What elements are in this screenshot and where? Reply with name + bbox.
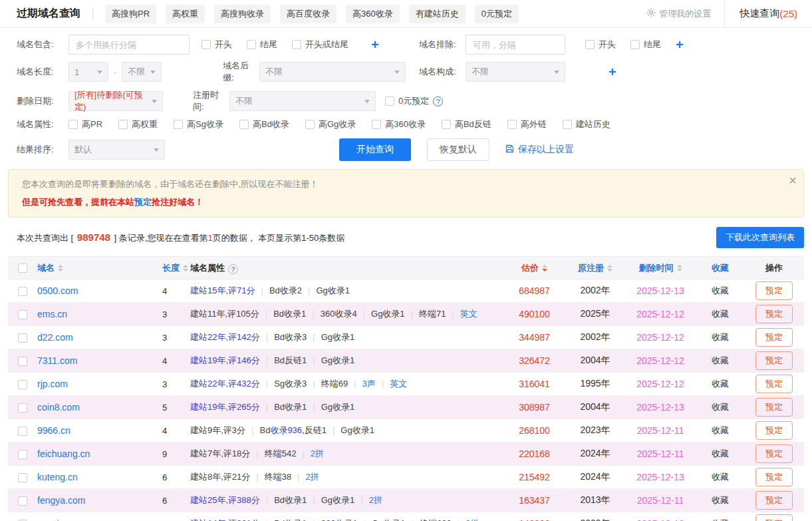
reserve-button[interactable]: 预定	[755, 351, 793, 370]
topbar-tab-3[interactable]: 高百度收录	[280, 5, 337, 23]
manage-settings-link[interactable]: 管理我的设置	[646, 8, 711, 20]
include-input[interactable]	[68, 35, 190, 55]
reserve-button[interactable]: 预定	[755, 421, 793, 440]
column-header-delete-time[interactable]: 删除时间	[624, 257, 696, 279]
sort-icon[interactable]	[58, 265, 63, 271]
favorite-link[interactable]: 收藏	[696, 512, 744, 521]
checkbox-option[interactable]: 高Gg收录	[305, 118, 356, 130]
domain-link[interactable]: rjp.com	[37, 373, 162, 396]
checkbox-icon[interactable]	[174, 120, 183, 129]
checkbox-icon[interactable]	[292, 40, 301, 49]
row-checkbox[interactable]	[18, 310, 27, 319]
checkbox-option[interactable]: 开头或结尾	[292, 39, 348, 51]
checkbox-icon[interactable]	[305, 120, 315, 129]
attr-link[interactable]: 2拼	[311, 448, 324, 458]
checkbox-option[interactable]: 高360收录	[372, 118, 426, 130]
attr-link[interactable]: 建站22年,评142分	[190, 332, 260, 342]
zero-yuan-option[interactable]: 0元预定	[385, 95, 429, 107]
checkbox-icon[interactable]	[630, 40, 640, 49]
save-settings-link[interactable]: 保存以上设置	[505, 144, 574, 156]
row-checkbox[interactable]	[18, 380, 27, 389]
suffix-select[interactable]: 不限	[259, 62, 406, 82]
attr-link[interactable]: 3声	[362, 379, 376, 389]
checkbox-option[interactable]: 开头	[202, 39, 232, 51]
row-checkbox[interactable]	[18, 333, 27, 343]
delete-date-select[interactable]: [所有]待删除(可预定)	[68, 91, 163, 111]
row-checkbox[interactable]	[18, 403, 27, 413]
attr-link[interactable]: 2拼	[466, 518, 479, 521]
quick-query-tab[interactable]: 快速查询 (25)	[724, 0, 812, 28]
reserve-button[interactable]: 预定	[755, 375, 793, 393]
attr-link[interactable]: 英文	[390, 379, 407, 389]
register-time-select[interactable]: 不限	[229, 91, 376, 111]
topbar-tab-5[interactable]: 有建站历史	[409, 5, 466, 23]
reserve-button[interactable]: 预定	[755, 468, 793, 486]
favorite-link[interactable]: 收藏	[696, 326, 744, 349]
checkbox-option[interactable]: 高Sg收录	[174, 118, 223, 130]
favorite-link[interactable]: 收藏	[696, 303, 744, 326]
domain-link[interactable]: d22.com	[37, 326, 162, 349]
attr-link[interactable]: 收录936	[270, 425, 302, 435]
checkbox-option[interactable]: 结尾	[630, 39, 661, 51]
sort-icon[interactable]	[183, 265, 188, 271]
reset-default-button[interactable]: 恢复默认	[427, 138, 489, 161]
topbar-tab-2[interactable]: 高搜狗收录	[214, 5, 271, 23]
attr-link[interactable]: 建站22年,评432分	[190, 379, 260, 389]
favorite-link[interactable]: 收藏	[696, 466, 744, 489]
attr-link[interactable]: 建站19年,评146分	[190, 355, 260, 365]
close-icon[interactable]	[789, 174, 797, 187]
checkbox-option[interactable]: 建站历史	[563, 118, 610, 130]
reserve-button[interactable]: 预定	[755, 491, 793, 510]
reserve-button[interactable]: 预定	[755, 328, 793, 347]
attr-link[interactable]: 建站25年,评388分	[190, 495, 260, 505]
checkbox-option[interactable]: 结尾	[247, 39, 277, 51]
row-checkbox[interactable]	[18, 427, 27, 436]
attr-link[interactable]: 建站15年,评71分	[190, 285, 255, 295]
domain-link[interactable]: ems.cn	[37, 303, 162, 326]
help-icon[interactable]	[228, 264, 238, 274]
attr-link[interactable]: 2拼	[369, 495, 382, 505]
column-header-domain[interactable]: 域名	[37, 257, 162, 279]
length-to-select[interactable]: 不限	[122, 62, 162, 82]
checkbox-icon[interactable]	[118, 120, 128, 129]
row-checkbox[interactable]	[18, 287, 27, 296]
domain-link[interactable]: fengya.com	[37, 489, 162, 512]
checkbox-icon[interactable]	[202, 40, 211, 49]
add-exclude-icon[interactable]	[676, 38, 684, 51]
row-checkbox[interactable]	[18, 357, 27, 366]
reserve-button[interactable]: 预定	[755, 514, 793, 521]
add-compose-icon[interactable]	[609, 65, 616, 79]
favorite-link[interactable]: 收藏	[696, 419, 744, 442]
row-checkbox[interactable]	[18, 496, 27, 506]
row-checkbox[interactable]	[18, 450, 27, 459]
checkbox-option[interactable]: 高Bd收录	[239, 118, 289, 130]
reserve-button[interactable]: 预定	[755, 444, 793, 463]
checkbox-icon[interactable]	[385, 96, 394, 106]
zero-yuan-help-icon[interactable]	[433, 96, 443, 106]
checkbox-icon[interactable]	[563, 120, 572, 129]
domain-link[interactable]: 9966.cn	[37, 419, 162, 442]
checkbox-icon[interactable]	[239, 120, 249, 129]
attr-link[interactable]: 建站19年,评265分	[190, 402, 260, 412]
checkbox-option[interactable]: 高权重	[118, 118, 158, 130]
sort-icon[interactable]	[607, 265, 612, 271]
attr-link[interactable]: 建站14年,评361分	[190, 518, 260, 521]
favorite-link[interactable]: 收藏	[696, 442, 744, 466]
sort-icon[interactable]	[542, 265, 547, 271]
checkbox-icon[interactable]	[247, 40, 256, 49]
add-include-icon[interactable]	[371, 38, 379, 51]
checkbox-option[interactable]: 开头	[585, 39, 616, 51]
checkbox-option[interactable]: 高Bd反链	[442, 118, 491, 130]
favorite-link[interactable]: 收藏	[696, 349, 744, 373]
domain-link[interactable]: 0500.com	[37, 279, 162, 303]
reserve-button[interactable]: 预定	[755, 281, 793, 300]
domain-link[interactable]: feichuang.cn	[37, 442, 162, 466]
checkbox-icon[interactable]	[68, 120, 78, 129]
attr-link[interactable]: 英文	[460, 309, 477, 319]
row-checkbox[interactable]	[18, 473, 27, 482]
favorite-link[interactable]: 收藏	[696, 373, 744, 396]
compose-select[interactable]: 不限	[466, 62, 565, 82]
domain-link[interactable]: kuteng.cn	[37, 466, 162, 489]
checkbox-icon[interactable]	[372, 120, 381, 129]
favorite-link[interactable]: 收藏	[696, 396, 744, 419]
